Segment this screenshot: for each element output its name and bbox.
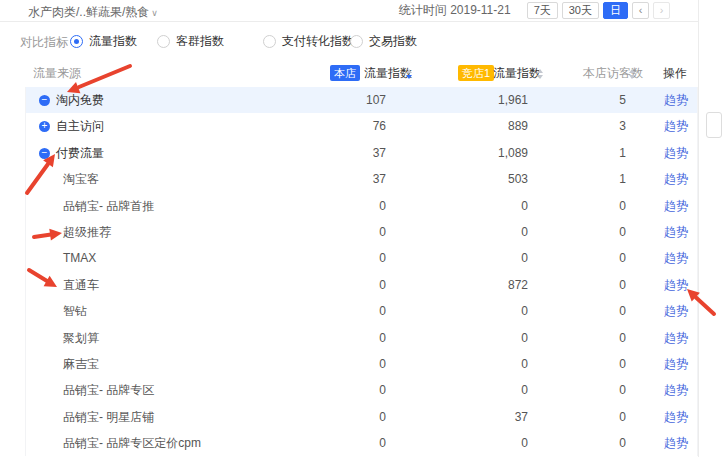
range-day-button[interactable]: 日 — [603, 2, 628, 19]
shop-visitors-value: 1 — [526, 166, 626, 192]
radio-conversion-index[interactable]: 支付转化指数 — [263, 33, 354, 50]
table-row[interactable]: 聚划算 0 0 0 趋势 — [26, 325, 697, 351]
radio-icon — [70, 35, 83, 48]
rival-traffic-index-value: 0 — [408, 430, 528, 456]
trend-link[interactable]: 趋势 — [664, 219, 688, 245]
rival-traffic-index-value: 0 — [408, 193, 528, 219]
shop-visitors-value: 3 — [526, 113, 626, 139]
trend-link[interactable]: 趋势 — [664, 298, 688, 324]
rival-traffic-index-value: 0 — [408, 351, 528, 377]
shop-traffic-index-value: 37 — [286, 166, 386, 192]
column-shop-traffic-index: 流量指数 — [364, 60, 412, 87]
source-name: 淘内免费 — [56, 87, 104, 113]
shop-traffic-index-value: 0 — [286, 377, 386, 403]
stat-time-label: 统计时间 2019-11-21 — [399, 2, 511, 19]
trend-link[interactable]: 趋势 — [664, 404, 688, 430]
source-name: 淘宝客 — [63, 166, 99, 192]
content-right-divider — [698, 0, 699, 457]
shop-traffic-index-value: 0 — [286, 430, 386, 456]
source-name: 付费流量 — [56, 140, 104, 166]
trend-link[interactable]: 趋势 — [664, 245, 688, 271]
shop-visitors-value: 0 — [526, 272, 626, 298]
shop-visitors-value: 1 — [526, 140, 626, 166]
table-row[interactable]: 淘宝客 37 503 1 趋势 — [26, 166, 697, 192]
shop-visitors-value: 0 — [526, 377, 626, 403]
table-row[interactable]: TMAX 0 0 0 趋势 — [26, 245, 697, 271]
trend-link[interactable]: 趋势 — [664, 193, 688, 219]
radio-icon — [157, 35, 170, 48]
column-source: 流量来源 — [33, 60, 81, 87]
table-row[interactable]: − 付费流量 37 1,089 1 趋势 — [26, 140, 697, 166]
expand-toggle-icon[interactable]: − — [39, 95, 50, 106]
table-header: 流量来源 本店 流量指数 竞店1 流量指数 本店访客数 操作 — [25, 60, 698, 87]
chevron-down-icon: ∨ — [151, 8, 158, 18]
source-name: 品销宝- 品牌专区定价cpm — [63, 430, 201, 456]
source-name: 直通车 — [63, 272, 99, 298]
rival-traffic-index-value: 0 — [408, 325, 528, 351]
column-action: 操作 — [663, 60, 687, 87]
source-name: 麻吉宝 — [63, 351, 99, 377]
table-row[interactable]: − 淘内免费 107 1,961 5 趋势 — [26, 87, 697, 113]
expand-toggle-icon[interactable]: + — [39, 121, 50, 132]
shop-traffic-index-value: 0 — [286, 272, 386, 298]
rival-traffic-index-value: 503 — [408, 166, 528, 192]
rival-badge: 竞店1 — [458, 65, 494, 81]
table-row[interactable]: 直通车 0 872 0 趋势 — [26, 272, 697, 298]
rival-traffic-index-value: 37 — [408, 404, 528, 430]
source-name: 聚划算 — [63, 325, 99, 351]
trend-link[interactable]: 趋势 — [664, 351, 688, 377]
shop-traffic-index-value: 0 — [286, 404, 386, 430]
radio-traffic-index[interactable]: 流量指数 — [70, 33, 137, 50]
table-row[interactable]: 品销宝- 品牌专区 0 0 0 趋势 — [26, 377, 697, 403]
top-bar: 水产肉类/..鲜蔬果/熟食∨ 统计时间 2019-11-21 7天 30天 日 … — [0, 0, 698, 22]
compare-metric-bar: 对比指标 流量指数 客群指数 支付转化指数 交易指数 — [0, 28, 698, 54]
source-name: TMAX — [63, 245, 96, 271]
radio-icon — [350, 35, 363, 48]
trend-link[interactable]: 趋势 — [664, 325, 688, 351]
shop-visitors-value: 0 — [526, 351, 626, 377]
sort-rival-traffic-icon[interactable] — [537, 69, 543, 79]
table-row[interactable]: + 自主访问 76 889 3 趋势 — [26, 113, 697, 139]
shop-traffic-index-value: 107 — [286, 87, 386, 113]
prev-day-button[interactable]: ‹ — [632, 2, 649, 19]
category-breadcrumb[interactable]: 水产肉类/..鲜蔬果/熟食∨ — [28, 4, 158, 21]
shop-traffic-index-value: 0 — [286, 219, 386, 245]
shop-visitors-value: 0 — [526, 430, 626, 456]
table-row[interactable]: 智钻 0 0 0 趋势 — [26, 298, 697, 324]
source-name: 智钻 — [63, 298, 87, 324]
radio-trade-index[interactable]: 交易指数 — [350, 33, 417, 50]
range-30d-button[interactable]: 30天 — [562, 2, 599, 19]
trend-link[interactable]: 趋势 — [664, 166, 688, 192]
shop-traffic-index-value: 0 — [286, 245, 386, 271]
table-row[interactable]: 品销宝- 明星店铺 0 37 0 趋势 — [26, 404, 697, 430]
rival-traffic-index-value: 889 — [408, 113, 528, 139]
sort-visitors-icon[interactable] — [629, 69, 635, 79]
expand-toggle-icon[interactable]: − — [39, 148, 50, 159]
trend-link[interactable]: 趋势 — [664, 430, 688, 456]
shop-visitors-value: 5 — [526, 87, 626, 113]
range-7d-button[interactable]: 7天 — [527, 2, 558, 19]
table-row[interactable]: 麻吉宝 0 0 0 趋势 — [26, 351, 697, 377]
table-row[interactable]: 超级推荐 0 0 0 趋势 — [26, 219, 697, 245]
table-row[interactable]: 品销宝- 品牌专区定价cpm 0 0 0 趋势 — [26, 430, 697, 456]
source-name: 超级推荐 — [63, 219, 111, 245]
rival-traffic-index-value: 0 — [408, 219, 528, 245]
shop-visitors-value: 0 — [526, 325, 626, 351]
source-name: 品销宝- 明星店铺 — [63, 404, 154, 430]
rival-traffic-index-value: 0 — [408, 298, 528, 324]
trend-link[interactable]: 趋势 — [664, 377, 688, 403]
rival-traffic-index-value: 0 — [408, 377, 528, 403]
sort-shop-traffic-icon[interactable] — [406, 69, 412, 79]
table-row[interactable]: 品销宝- 品牌首推 0 0 0 趋势 — [26, 193, 697, 219]
rival-traffic-index-value: 1,961 — [408, 87, 528, 113]
trend-link[interactable]: 趋势 — [664, 272, 688, 298]
side-panel-handle[interactable] — [706, 112, 722, 138]
shop-visitors-value: 0 — [526, 193, 626, 219]
trend-link[interactable]: 趋势 — [664, 87, 688, 113]
shop-visitors-value: 0 — [526, 219, 626, 245]
radio-customer-index[interactable]: 客群指数 — [157, 33, 224, 50]
trend-link[interactable]: 趋势 — [664, 140, 688, 166]
trend-link[interactable]: 趋势 — [664, 113, 688, 139]
column-rival-traffic-index: 流量指数 — [493, 60, 541, 87]
next-day-button[interactable]: › — [653, 2, 670, 19]
